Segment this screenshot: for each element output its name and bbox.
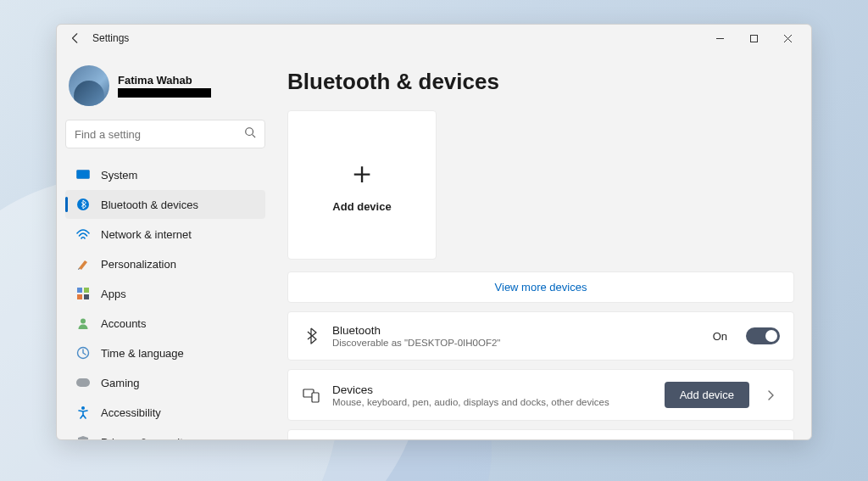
system-icon	[75, 167, 91, 182]
add-device-tile-label: Add device	[332, 200, 391, 213]
svg-rect-8	[77, 294, 82, 299]
devices-subtitle: Mouse, keyboard, pen, audio, displays an…	[332, 397, 653, 407]
sidebar-item-accessibility[interactable]: Accessibility	[65, 398, 265, 427]
bluetooth-subtitle: Discoverable as "DESKTOP-0IH0OF2"	[332, 338, 701, 348]
add-device-button[interactable]: Add device	[665, 382, 749, 408]
sidebar-item-label: Personalization	[101, 258, 176, 271]
content-area: Fatima Wahab System Bluetooth & devices	[57, 52, 811, 439]
sidebar-item-gaming[interactable]: Gaming	[65, 368, 265, 397]
devices-card[interactable]: Devices Mouse, keyboard, pen, audio, dis…	[287, 369, 794, 421]
window-controls	[703, 26, 804, 50]
svg-rect-6	[77, 288, 82, 293]
time-language-icon	[75, 345, 91, 361]
profile-name: Fatima Wahab	[118, 74, 211, 87]
svg-rect-15	[312, 393, 319, 402]
sidebar-item-label: System	[101, 169, 137, 182]
search-input[interactable]	[75, 128, 244, 141]
svg-rect-12	[76, 378, 90, 387]
sidebar-item-system[interactable]: System	[65, 160, 265, 189]
back-button[interactable]	[64, 26, 87, 50]
devices-icon	[302, 386, 320, 405]
settings-window: Settings Fatima Wahab	[56, 24, 812, 440]
svg-point-13	[81, 406, 85, 410]
svg-rect-9	[84, 294, 89, 299]
main-panel: Bluetooth & devices ＋ Add device View mo…	[274, 52, 811, 439]
sidebar-item-label: Apps	[101, 288, 126, 300]
sidebar-item-apps[interactable]: Apps	[65, 279, 265, 308]
sidebar-item-label: Privacy & security	[101, 436, 188, 440]
svg-rect-1	[750, 35, 757, 42]
svg-line-3	[253, 135, 256, 138]
close-button[interactable]	[771, 26, 804, 50]
sidebar-item-label: Time & language	[101, 347, 184, 360]
sidebar-item-time-language[interactable]: Time & language	[65, 338, 265, 367]
chevron-right-icon	[761, 389, 780, 401]
svg-rect-4	[77, 171, 90, 179]
gaming-icon	[75, 375, 91, 390]
personalization-icon	[75, 256, 91, 271]
sidebar-item-label: Network & internet	[101, 228, 192, 241]
bluetooth-title: Bluetooth	[332, 324, 701, 337]
bluetooth-icon	[302, 327, 320, 345]
avatar	[69, 65, 109, 106]
bluetooth-text: Bluetooth Discoverable as "DESKTOP-0IH0O…	[332, 324, 701, 348]
minimize-button[interactable]	[703, 26, 737, 50]
accessibility-icon	[75, 405, 91, 420]
sidebar-item-network[interactable]: Network & internet	[65, 220, 265, 249]
bluetooth-card[interactable]: Bluetooth Discoverable as "DESKTOP-0IH0O…	[287, 311, 794, 361]
view-more-devices-label: View more devices	[495, 281, 587, 294]
privacy-icon	[75, 434, 91, 439]
nav-list: System Bluetooth & devices Network & int…	[65, 160, 265, 439]
add-device-tile[interactable]: ＋ Add device	[287, 110, 437, 260]
search-icon	[244, 126, 256, 142]
bluetooth-toggle-label: On	[713, 330, 727, 343]
profile-email-redacted	[118, 88, 211, 98]
maximize-button[interactable]	[737, 26, 771, 50]
sidebar-item-label: Accessibility	[101, 406, 161, 419]
devices-text: Devices Mouse, keyboard, pen, audio, dis…	[332, 383, 653, 407]
page-heading: Bluetooth & devices	[287, 69, 794, 95]
svg-rect-7	[84, 288, 89, 293]
devices-title: Devices	[332, 383, 653, 396]
window-title: Settings	[92, 32, 129, 44]
sidebar-item-personalization[interactable]: Personalization	[65, 249, 265, 278]
profile[interactable]: Fatima Wahab	[65, 62, 265, 120]
sidebar-item-privacy[interactable]: Privacy & security	[65, 428, 265, 439]
titlebar: Settings	[57, 25, 811, 52]
network-icon	[75, 227, 91, 242]
svg-point-10	[81, 319, 86, 324]
printers-card[interactable]: Printers & scanners Preferences, trouble…	[287, 429, 794, 439]
sidebar-item-label: Accounts	[101, 317, 146, 330]
profile-text: Fatima Wahab	[118, 74, 211, 98]
accounts-icon	[75, 316, 91, 331]
apps-icon	[75, 286, 91, 301]
sidebar-item-label: Bluetooth & devices	[101, 199, 198, 211]
plus-icon: ＋	[347, 158, 377, 188]
bluetooth-icon	[75, 197, 91, 212]
sidebar-item-accounts[interactable]: Accounts	[65, 309, 265, 338]
search-box[interactable]	[65, 120, 265, 148]
svg-point-2	[246, 128, 253, 136]
view-more-devices-link[interactable]: View more devices	[287, 271, 794, 303]
sidebar-item-bluetooth[interactable]: Bluetooth & devices	[65, 190, 265, 219]
bluetooth-toggle[interactable]	[746, 327, 780, 344]
sidebar-item-label: Gaming	[101, 377, 140, 389]
sidebar: Fatima Wahab System Bluetooth & devices	[57, 52, 274, 439]
